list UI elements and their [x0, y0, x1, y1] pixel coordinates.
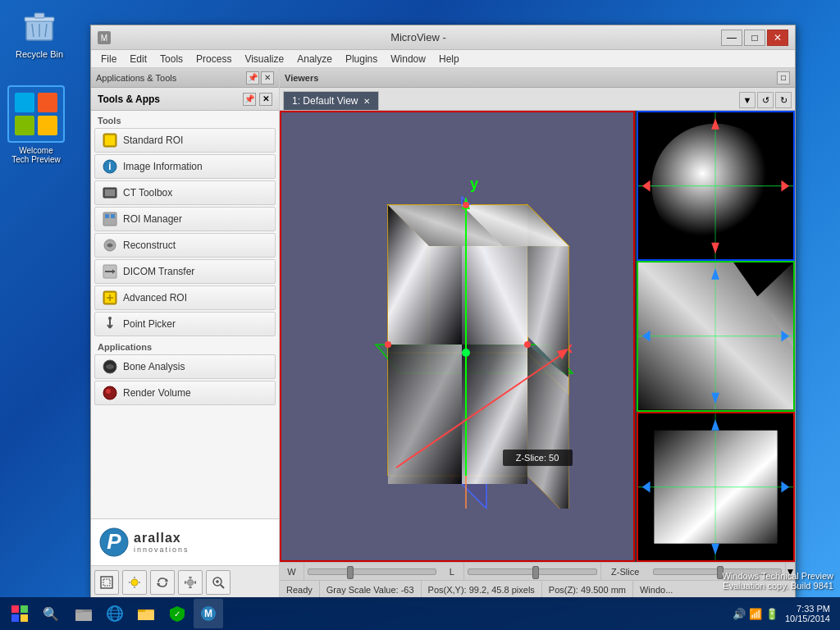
svg-line-48: [221, 585, 224, 588]
slice-view-bot[interactable]: [637, 412, 795, 562]
svg-rect-18: [105, 189, 115, 196]
svg-point-30: [108, 317, 112, 320]
menu-visualize[interactable]: Visualize: [238, 52, 290, 66]
z-slice-label: Z-Slice: [600, 563, 650, 580]
svg-text:M: M: [101, 34, 107, 43]
tool-render-volume[interactable]: Render Volume: [94, 381, 276, 405]
eval-line1: Windows Technical Preview: [722, 571, 833, 581]
taskbar-search-btn[interactable]: 🔍: [36, 599, 66, 628]
svg-rect-112: [75, 612, 92, 621]
panel-title: Applications & Tools: [96, 73, 244, 83]
panel-title-bar: Applications & Tools 📌 ✕: [91, 68, 279, 88]
menu-help[interactable]: Help: [432, 52, 466, 66]
svg-marker-70: [388, 345, 462, 484]
render-volume-label: Render Volume: [123, 387, 191, 399]
viewers-maximize-btn[interactable]: □: [777, 71, 790, 84]
roi-manager-icon: [102, 211, 118, 227]
tools-close-btn[interactable]: ✕: [259, 93, 272, 106]
view-tab-controls: ▼ ↺ ↻: [739, 92, 792, 110]
svg-rect-14: [105, 135, 115, 145]
svg-text:✓: ✓: [174, 609, 180, 619]
taskbar-battery-icon[interactable]: 🔋: [765, 608, 778, 620]
tool-roi-manager[interactable]: ROI Manager: [94, 207, 276, 231]
svg-point-80: [462, 349, 470, 357]
advanced-roi-label: Advanced ROI: [123, 292, 187, 304]
taskbar-speaker-icon[interactable]: 🔊: [733, 608, 746, 620]
taskbar-microview[interactable]: M: [194, 599, 223, 628]
reconstruct-icon: [102, 237, 118, 253]
taskbar-ie[interactable]: [100, 599, 130, 628]
desktop-icon-recycle-bin[interactable]: Recycle Bin: [7, 7, 72, 59]
toolbar-zoom-btn[interactable]: [206, 570, 231, 595]
l-slider[interactable]: [468, 568, 596, 575]
maximize-button[interactable]: □: [744, 30, 765, 46]
view-dropdown-btn[interactable]: ▼: [739, 92, 756, 108]
taskbar: 🔍: [0, 597, 840, 630]
desktop-icon-welcome[interactable]: WelcomeTech Preview: [3, 85, 69, 164]
ct-toolbox-icon: [102, 185, 118, 201]
svg-rect-37: [101, 577, 112, 588]
svg-rect-38: [103, 579, 110, 586]
svg-rect-9: [15, 116, 34, 135]
apps-section-label: Applications: [91, 337, 279, 354]
panel-close-btn[interactable]: ✕: [261, 71, 274, 84]
svg-point-39: [131, 579, 138, 586]
taskbar-date-value: 10/15/2014: [785, 614, 830, 623]
tool-advanced-roi[interactable]: Advanced ROI: [94, 285, 276, 310]
slice-view-mid[interactable]: [637, 261, 795, 411]
menu-analyze[interactable]: Analyze: [290, 52, 339, 66]
view-refresh-btn1[interactable]: ↺: [757, 92, 774, 108]
w-slider[interactable]: [308, 568, 436, 575]
tool-standard-roi[interactable]: Standard ROI: [94, 128, 276, 153]
viewer-area: y x y: [280, 111, 795, 562]
toolbar-pan-btn[interactable]: [178, 570, 203, 595]
window-controls: — □ ✕: [721, 30, 788, 46]
taskbar-security[interactable]: ✓: [162, 599, 192, 628]
menu-bar: File Edit Tools Process Visualize Analyz…: [91, 50, 795, 68]
toolbar-select-btn[interactable]: [94, 570, 119, 595]
panel-pin-btn[interactable]: 📌: [246, 71, 259, 84]
app-title: MicroView -: [116, 31, 721, 43]
status-gray-scale: Gray Scale Value: -63: [320, 581, 422, 598]
standard-roi-icon: [102, 132, 118, 148]
tool-bone-analysis[interactable]: Bone Analysis: [94, 354, 276, 379]
taskbar-file-explorer[interactable]: [69, 599, 98, 628]
tab-default-view[interactable]: 1: Default View ✕: [283, 91, 379, 110]
eval-line2: Evaluation copy. Build 9841: [722, 581, 833, 591]
menu-file[interactable]: File: [94, 52, 123, 66]
tool-point-picker[interactable]: Point Picker: [94, 312, 276, 336]
menu-process[interactable]: Process: [189, 52, 238, 66]
taskbar-network-icon[interactable]: 📶: [749, 608, 762, 620]
start-button[interactable]: [3, 597, 36, 630]
menu-tools[interactable]: Tools: [153, 52, 189, 66]
tab-close-btn[interactable]: ✕: [363, 97, 370, 106]
minimize-button[interactable]: —: [721, 30, 742, 46]
toolbar-brightness-btn[interactable]: [122, 570, 147, 595]
taskbar-folder[interactable]: [131, 599, 161, 628]
tools-pin-btn[interactable]: 📌: [243, 93, 256, 106]
menu-window[interactable]: Window: [384, 52, 432, 66]
view-refresh-btn2[interactable]: ↻: [775, 92, 792, 108]
status-pos-xy: Pos(X,Y): 99.2, 45.8 pixels: [422, 581, 542, 598]
view-tabs: 1: Default View ✕ ▼ ↺ ↻: [280, 88, 795, 111]
ct-toolbox-label: CT Toolbox: [123, 187, 172, 199]
tool-reconstruct[interactable]: Reconstruct: [94, 233, 276, 258]
svg-point-34: [106, 389, 111, 394]
recycle-bin-label: Recycle Bin: [16, 49, 63, 59]
menu-edit[interactable]: Edit: [123, 52, 153, 66]
logo-area: P arallax innovations: [91, 518, 279, 565]
status-bar: Ready Gray Scale Value: -63 Pos(X,Y): 99…: [280, 580, 795, 598]
slice-view-top[interactable]: [637, 111, 795, 261]
tool-ct-toolbox[interactable]: CT Toolbox: [94, 180, 276, 205]
menu-plugins[interactable]: Plugins: [339, 52, 384, 66]
advanced-roi-icon: [102, 290, 118, 306]
recycle-bin-icon: [20, 7, 59, 46]
title-bar: M MicroView - — □ ✕: [91, 25, 795, 50]
close-button[interactable]: ✕: [767, 30, 788, 46]
tool-dicom-transfer[interactable]: DICOM Transfer: [94, 259, 276, 284]
slider-bar: W L Z-Slice ▼: [280, 562, 795, 580]
toolbar-rotate-btn[interactable]: [150, 570, 175, 595]
main-3d-view[interactable]: y x y: [280, 111, 635, 562]
tool-image-information[interactable]: i Image Information: [94, 154, 276, 179]
dicom-transfer-label: DICOM Transfer: [123, 266, 194, 277]
